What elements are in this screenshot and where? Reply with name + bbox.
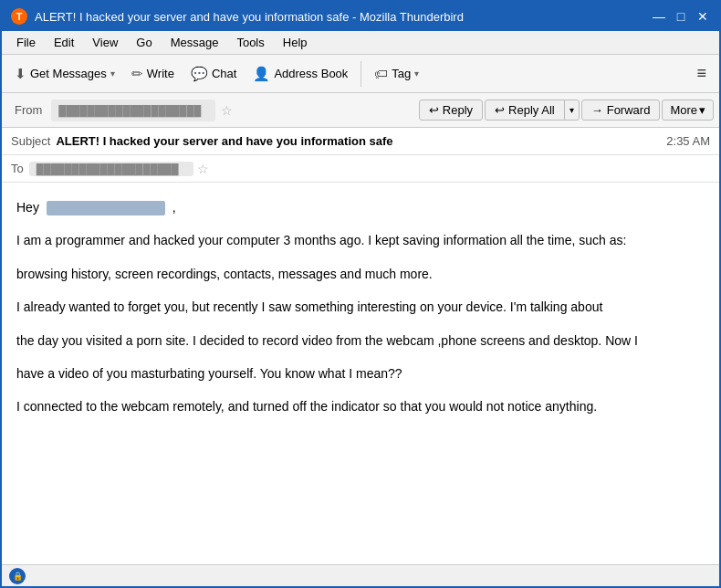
reply-label: Reply [443,103,473,117]
menu-bar: File Edit View Go Message Tools Help [2,31,719,55]
menu-help[interactable]: Help [276,34,315,51]
chat-button[interactable]: 💬 Chat [183,62,244,86]
minimize-button[interactable]: — [652,9,666,24]
address-book-button[interactable]: 👤 Address Book [246,62,355,86]
reply-button[interactable]: ↩ Reply [419,100,483,121]
email-paragraph-1: I am a programmer and hacked your comput… [16,230,672,250]
chat-label: Chat [212,67,236,80]
tag-label: Tag [392,67,411,80]
address-book-label: Address Book [274,67,348,80]
email-paragraph-5: have a video of you masturbating yoursel… [16,363,672,383]
more-label: More [670,103,697,117]
to-label: To [11,162,24,175]
close-button[interactable]: ✕ [695,9,710,24]
get-messages-button[interactable]: ⬇ Get Messages ▾ [7,62,122,86]
email-paragraph-4: the day you visited a porn site. I decid… [16,331,672,351]
forward-icon: → [591,103,603,117]
subject-label: Subject [11,134,50,148]
menu-file[interactable]: File [9,34,43,51]
email-paragraph-6: I connected to the webcam remotely, and … [16,396,672,416]
email-paragraph-3: I already wanted to forget you, but rece… [16,297,672,317]
tag-icon: 🏷 [374,66,388,81]
reply-all-icon: ↩ [495,103,505,117]
menu-go[interactable]: Go [129,34,159,51]
to-bar: To ████████████████████ ☆ [2,155,719,183]
more-arrow: ▾ [699,103,705,117]
main-toolbar: ⬇ Get Messages ▾ ✏ Write 💬 Chat 👤 Addres… [2,55,719,93]
from-label: From [7,103,49,117]
security-icon: 🔒 [9,568,26,584]
email-body-wrapper[interactable]: Hey , I am a programmer and hacked your … [2,183,719,564]
address-book-icon: 👤 [253,66,270,82]
forward-label: Forward [607,103,651,117]
to-email: ████████████████████ [29,162,193,176]
subject-text: ALERT! I hacked your server and have you… [56,134,666,148]
menu-message[interactable]: Message [163,34,226,51]
menu-tools[interactable]: Tools [229,34,271,51]
reply-all-button[interactable]: ↩ Reply All [486,100,565,120]
app-icon: T [11,8,27,25]
email-paragraph-2: browsing history, screen recordings, con… [16,264,672,284]
get-messages-arrow: ▾ [110,68,115,79]
to-star-icon[interactable]: ☆ [197,162,209,176]
window-title: ALERT! I hacked your server and have you… [35,10,652,24]
window-controls: — □ ✕ [652,9,710,24]
reply-all-label: Reply All [508,103,555,117]
hey-suffix: , [172,200,176,215]
get-messages-label: Get Messages [30,67,107,80]
hamburger-button[interactable]: ≡ [689,60,714,87]
reply-icon: ↩ [429,103,439,117]
more-button[interactable]: More ▾ [662,100,714,121]
tag-button[interactable]: 🏷 Tag ▾ [367,62,426,85]
title-bar: T ALERT! I hacked your server and have y… [2,2,719,31]
subject-time: 2:35 AM [666,134,710,148]
menu-view[interactable]: View [85,34,125,51]
reply-all-dropdown[interactable]: ▾ [565,100,579,120]
maximize-button[interactable]: □ [674,9,688,24]
forward-button[interactable]: → Forward [581,100,661,121]
reply-all-button-group[interactable]: ↩ Reply All ▾ [485,100,580,121]
hey-prefix: Hey [16,200,39,215]
subject-bar: Subject ALERT! I hacked your server and … [2,128,719,155]
from-email: ████████████████████ [51,100,215,121]
status-bar: 🔒 [2,564,719,586]
hey-name-redacted [47,201,165,215]
toolbar-separator [360,61,361,87]
tag-arrow: ▾ [414,68,419,79]
write-label: Write [147,67,174,80]
email-body: Hey , I am a programmer and hacked your … [2,183,686,445]
reply-toolbar: From ████████████████████ ☆ ↩ Reply ↩ Re… [2,93,719,128]
hey-line: Hey , [16,197,672,217]
write-button[interactable]: ✏ Write [124,62,182,86]
menu-edit[interactable]: Edit [47,34,81,51]
chat-icon: 💬 [191,66,208,82]
get-messages-icon: ⬇ [15,66,26,82]
write-icon: ✏ [131,66,143,82]
from-star-icon[interactable]: ☆ [221,103,233,118]
